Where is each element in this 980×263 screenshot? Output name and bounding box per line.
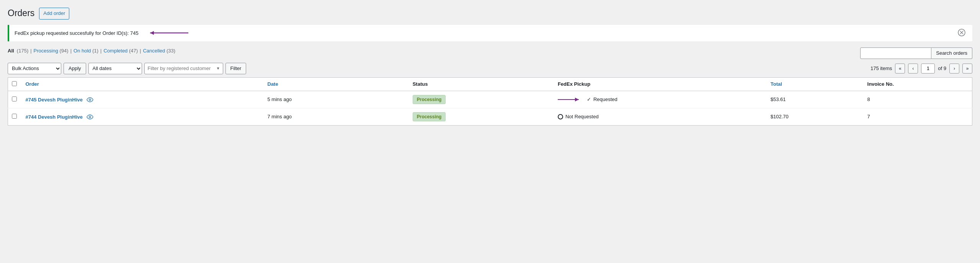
orders-table-body: #745 Devesh PluginHive 5 mins ago Proces… [8, 91, 972, 125]
date-text-744: 7 mins ago [268, 114, 292, 119]
row-checkbox-cell [8, 108, 22, 125]
circle-icon-744 [558, 114, 563, 119]
search-orders-button[interactable]: Search orders [931, 47, 972, 59]
bulk-actions-select[interactable]: Bulk Actions [8, 63, 61, 74]
close-icon [958, 29, 965, 36]
page-wrapper: Orders Add order FedEx pickup requested … [0, 0, 980, 263]
th-total: Total [767, 77, 864, 91]
svg-marker-7 [575, 98, 579, 101]
order-cell-745: #745 Devesh PluginHive [22, 91, 264, 108]
row-checkbox-cell [8, 91, 22, 108]
table-row: #745 Devesh PluginHive 5 mins ago Proces… [8, 91, 972, 108]
row-checkbox[interactable] [12, 96, 17, 101]
notice-text: FedEx pickup requested succesfully for O… [15, 30, 139, 36]
date-text-745: 5 mins ago [268, 96, 292, 102]
search-input[interactable] [860, 47, 931, 59]
invoice-cell-744: 7 [864, 108, 972, 125]
apply-button[interactable]: Apply [64, 63, 86, 74]
invoice-cell-745: 8 [864, 91, 972, 108]
last-page-button[interactable]: » [962, 64, 972, 74]
order-link-745[interactable]: #745 Devesh PluginHive [26, 97, 83, 103]
check-icon-745: ✓ [587, 96, 591, 102]
fedex-status-745: ✓ Requested [558, 96, 763, 103]
order-link-744[interactable]: #744 Devesh PluginHive [26, 114, 83, 120]
th-date: Date [264, 77, 409, 91]
order-column-header-link[interactable]: Order [26, 81, 39, 87]
dates-select[interactable]: All dates [88, 63, 142, 74]
fedex-status-text-745: Requested [593, 96, 617, 102]
notice-close-button[interactable] [956, 29, 967, 38]
purple-arrow-svg [146, 29, 192, 37]
orders-table: Order Date Status FedEx Pickup Total Inv… [8, 77, 972, 126]
notice-bar: FedEx pickup requested succesfully for O… [8, 25, 972, 41]
date-cell-744: 7 mins ago [264, 108, 409, 125]
date-column-header-link[interactable]: Date [268, 81, 278, 87]
order-cell-744: #744 Devesh PluginHive [22, 108, 264, 125]
customer-filter-wrap: ▼ [144, 63, 223, 74]
th-checkbox [8, 77, 22, 91]
table-header-row: Order Date Status FedEx Pickup Total Inv… [8, 77, 972, 91]
notice-content: FedEx pickup requested succesfully for O… [15, 29, 192, 37]
filter-button[interactable]: Filter [225, 63, 247, 74]
select-all-checkbox[interactable] [12, 81, 17, 86]
current-page-input[interactable]: 1 [921, 64, 935, 74]
total-text-745: $53.61 [771, 96, 786, 102]
total-text-744: $102.70 [771, 114, 789, 119]
tab-completed[interactable]: Completed (47) [103, 48, 138, 54]
invoice-text-745: 8 [867, 96, 870, 102]
next-page-button[interactable]: › [949, 64, 959, 74]
page-title-row: Orders Add order [8, 8, 972, 20]
tab-all[interactable]: All (175) [8, 48, 28, 54]
add-order-button[interactable]: Add order [39, 8, 69, 20]
status-badge-744: Processing [413, 112, 446, 121]
total-cell-745: $53.61 [767, 91, 864, 108]
search-orders-wrap: Search orders [860, 47, 972, 59]
eye-icon [87, 97, 93, 102]
fedex-status-744: Not Requested [558, 114, 763, 119]
tab-on-hold[interactable]: On hold (1) [74, 48, 98, 54]
invoice-text-744: 7 [867, 114, 870, 119]
purple-right-arrow-745 [558, 96, 585, 103]
th-fedex: FedEx Pickup [554, 77, 767, 91]
notice-arrow-annotation [146, 29, 192, 37]
view-icon-744[interactable] [87, 113, 93, 120]
svg-marker-1 [150, 31, 154, 35]
fedex-cell-744: Not Requested [554, 108, 767, 125]
items-count: 175 items [871, 65, 892, 71]
fedex-status-text-744: Not Requested [565, 114, 599, 119]
total-column-header-link[interactable]: Total [771, 81, 782, 87]
total-pages: of 9 [938, 65, 946, 71]
eye-icon [87, 114, 93, 119]
status-badge-745: Processing [413, 95, 446, 104]
tab-cancelled[interactable]: Cancelled (33) [143, 48, 175, 54]
status-cell-745: Processing [409, 91, 554, 108]
tab-processing[interactable]: Processing (94) [34, 48, 69, 54]
th-invoice: Invoice No. [864, 77, 972, 91]
tablenav-right: 175 items « ‹ 1 of 9 › » [871, 64, 972, 74]
row-checkbox[interactable] [12, 114, 17, 119]
svg-point-5 [89, 99, 91, 100]
page-title: Orders [8, 8, 34, 19]
th-status: Status [409, 77, 554, 91]
th-order: Order [22, 77, 264, 91]
svg-point-8 [89, 116, 91, 118]
tablenav-top: Bulk Actions Apply All dates ▼ Filter 17… [8, 63, 972, 74]
fedex-cell-745: ✓ Requested [554, 91, 767, 108]
prev-page-button[interactable]: ‹ [908, 64, 918, 74]
order-status-tabs: All (175) | Processing (94) | On hold (1… [8, 48, 175, 54]
status-cell-744: Processing [409, 108, 554, 125]
customer-filter-input[interactable] [144, 63, 223, 74]
tablenav-left: Bulk Actions Apply All dates ▼ Filter [8, 63, 246, 74]
total-cell-744: $102.70 [767, 108, 864, 125]
date-cell-745: 5 mins ago [264, 91, 409, 108]
view-icon-745[interactable] [87, 96, 93, 103]
first-page-button[interactable]: « [895, 64, 905, 74]
table-row: #744 Devesh PluginHive 7 mins ago Proces… [8, 108, 972, 125]
tabs-search-row: All (175) | Processing (94) | On hold (1… [8, 47, 972, 59]
